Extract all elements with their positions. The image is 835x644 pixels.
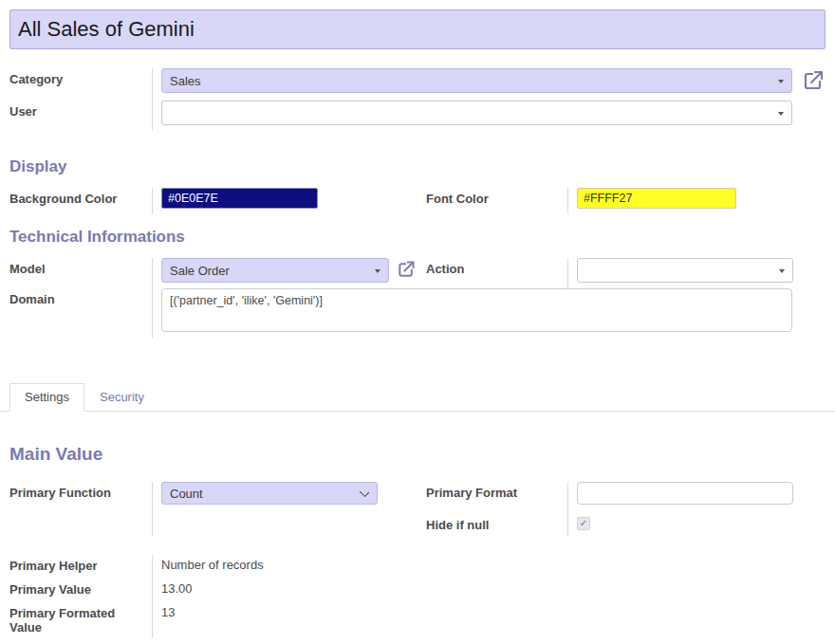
primary-helper-value: Number of records <box>152 555 826 579</box>
user-cell <box>152 101 826 131</box>
domain-row: Domain [('partner_id', 'ilike', 'Gemini'… <box>9 288 826 338</box>
model-cell: Sale Order <box>152 258 426 288</box>
domain-textarea[interactable]: [('partner_id', 'ilike', 'Gemini')] <box>161 288 792 332</box>
caret-down-icon[interactable] <box>375 269 380 273</box>
tab-security[interactable]: Security <box>84 383 159 412</box>
action-dropdown[interactable] <box>577 258 793 283</box>
background-color-label: Background Color <box>9 188 152 214</box>
primary-function-cell: Count <box>152 482 426 536</box>
background-color-cell <box>152 188 426 214</box>
primary-function-row: Primary Function Count Primary Format Hi… <box>9 482 826 536</box>
record-name-input[interactable] <box>9 9 826 49</box>
primary-formated-value-value: 13 <box>152 602 826 638</box>
domain-cell: [('partner_id', 'ilike', 'Gemini')] <box>152 288 826 338</box>
font-color-input[interactable] <box>577 188 736 209</box>
model-value: Sale Order <box>170 264 230 278</box>
primary-value-label: Primary Value <box>9 579 152 602</box>
main-value-section-heading: Main Value <box>9 444 826 465</box>
hide-if-null-checkbox[interactable]: ✓ <box>577 517 590 530</box>
primary-formated-value-row: Primary Formated Value 13 <box>9 602 826 638</box>
checkmark-icon: ✓ <box>580 518 587 528</box>
caret-down-icon[interactable] <box>778 80 784 83</box>
primary-value-value: 13.00 <box>152 579 826 602</box>
model-dropdown[interactable]: Sale Order <box>161 258 389 283</box>
user-label: User <box>9 101 152 131</box>
tab-settings[interactable]: Settings <box>9 383 84 412</box>
primary-function-select[interactable]: Count <box>161 482 378 505</box>
primary-format-cell <box>567 482 826 510</box>
domain-label: Domain <box>9 288 152 338</box>
kpi-form: Category Sales User <box>0 9 835 644</box>
user-row: User <box>9 101 826 131</box>
hide-if-null-cell: ✓ <box>567 510 826 536</box>
primary-function-label: Primary Function <box>9 482 152 510</box>
primary-format-input[interactable] <box>577 482 793 505</box>
category-label: Category <box>9 68 152 101</box>
primary-formated-value-label: Primary Formated Value <box>9 602 152 638</box>
primary-helper-row: Primary Helper Number of records <box>9 555 826 579</box>
primary-helper-label: Primary Helper <box>9 555 152 579</box>
caret-down-icon[interactable] <box>779 269 785 273</box>
primary-function-value: Count <box>170 487 203 501</box>
hide-if-null-label: Hide if null <box>426 510 567 536</box>
display-row: Background Color Font Color <box>9 188 826 214</box>
external-link-icon[interactable] <box>397 260 416 282</box>
display-section-heading: Display <box>9 157 826 176</box>
computed-values-group: Primary Helper Number of records Primary… <box>9 555 826 638</box>
caret-down-icon[interactable] <box>778 112 784 116</box>
action-cell <box>567 258 826 288</box>
general-group: Category Sales User <box>9 68 826 131</box>
user-dropdown[interactable] <box>161 101 792 125</box>
model-action-row: Model Sale Order Action <box>9 258 826 288</box>
font-color-cell <box>567 188 826 214</box>
model-label: Model <box>9 258 152 288</box>
category-row: Category Sales <box>9 68 826 101</box>
category-cell: Sales <box>152 68 826 101</box>
chevron-down-icon[interactable] <box>360 488 369 497</box>
category-value: Sales <box>170 74 201 88</box>
external-link-icon[interactable] <box>802 69 825 95</box>
action-label: Action <box>426 258 567 288</box>
notebook-tabs: Settings Security <box>0 383 835 412</box>
primary-value-row: Primary Value 13.00 <box>9 579 826 602</box>
primary-format-label: Primary Format <box>426 482 567 510</box>
background-color-input[interactable] <box>161 188 318 209</box>
category-dropdown[interactable]: Sales <box>161 68 792 93</box>
font-color-label: Font Color <box>426 188 567 214</box>
technical-section-heading: Technical Informations <box>9 228 826 247</box>
